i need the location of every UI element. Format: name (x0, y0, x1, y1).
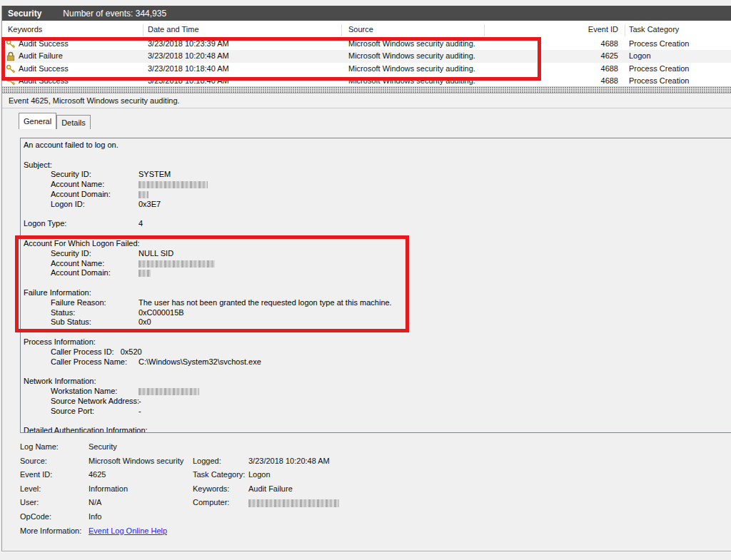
column-header-task-category[interactable]: Task Category (629, 25, 679, 34)
cell-task-category: Process Creation (629, 38, 689, 50)
description-line: Network Information: (21, 377, 731, 387)
description-line: Account Name: (21, 259, 731, 269)
event-summary: Log Name: Security Source: Microsoft Win… (20, 440, 731, 538)
blank-line (21, 416, 731, 426)
field-label: Failure Reason: (51, 298, 106, 307)
cell-event-id: 4688 (484, 75, 618, 87)
window-bottom-border (1, 551, 731, 551)
description-line: Account Domain: (21, 190, 731, 200)
description-line: Security ID:NULL SID (21, 249, 731, 259)
blank-line (21, 367, 731, 377)
redacted-computer-name (248, 499, 339, 507)
column-separator[interactable] (625, 24, 625, 36)
table-row[interactable]: Audit Success 3/23/2018 10:23:39 AM Micr… (2, 38, 731, 50)
description-line: Security ID:SYSTEM (21, 170, 731, 180)
redacted-value (138, 191, 148, 198)
summary-value: Logon (248, 468, 271, 482)
summary-row: More Information: Event Log Online Help (20, 524, 731, 539)
redacted-value (138, 388, 199, 395)
field-label: Security ID: (51, 170, 91, 178)
column-separator[interactable] (143, 24, 143, 36)
table-row[interactable]: Audit Success 3/23/2018 10:18:40 AM Micr… (2, 63, 731, 75)
audit-failure-lock-icon (6, 51, 16, 61)
summary-value: N/A (89, 496, 101, 510)
summary-value: Information (89, 482, 128, 497)
description-line: Failure Reason:The user has not been gra… (21, 298, 731, 308)
window-left-border (1, 6, 2, 551)
summary-row: Event ID: 4625 Task Category: Logon (20, 468, 731, 482)
section-label: Network Information: (24, 377, 96, 385)
description-line: Caller Process Name:C:\Windows\System32\… (21, 357, 731, 367)
description-line: Account Name: (21, 180, 731, 190)
redacted-value (138, 181, 208, 188)
field-value: 0x520 (121, 347, 142, 356)
field-label: Account Domain: (51, 268, 111, 277)
description-line: Process Information: (21, 337, 731, 347)
tab-details[interactable]: Details (56, 115, 91, 129)
blank-line (21, 229, 731, 239)
column-separator[interactable] (341, 24, 342, 36)
description-line: Logon ID:0x3E7 (21, 200, 731, 210)
pane-splitter[interactable] (1, 86, 731, 93)
cell-source: Microsoft Windows security auditing. (348, 50, 475, 62)
summary-label: Log Name: (20, 440, 59, 454)
log-titlebar: Security Number of events: 344,935 (1, 6, 731, 21)
table-row-selected[interactable]: Audit Failure 3/23/2018 10:20:48 AM Micr… (2, 50, 731, 62)
summary-label: Level: (20, 482, 41, 497)
summary-label: User: (20, 496, 39, 510)
cell-keywords: Audit Success (19, 63, 69, 75)
cell-source: Microsoft Windows security auditing. (348, 38, 475, 50)
field-label: Account Name: (51, 180, 104, 188)
field-value: 4 (138, 219, 143, 229)
field-value: - (138, 407, 141, 417)
summary-value: Microsoft Windows security (89, 454, 183, 469)
cell-datetime: 3/23/2018 10:18:40 AM (148, 75, 229, 87)
field-value: NULL SID (138, 249, 173, 259)
description-line: Status:0xC000015B (21, 308, 731, 318)
column-header-event-id[interactable]: Event ID (484, 25, 618, 34)
field-label: Source Port: (51, 407, 94, 415)
table-row[interactable]: Audit Success 3/23/2018 10:18:40 AM Micr… (2, 75, 731, 87)
description-line: Detailed Authentication Information: (21, 426, 731, 433)
audit-success-key-icon (6, 39, 16, 49)
summary-row: Level: Information Keywords: Audit Failu… (20, 482, 731, 497)
audit-success-key-icon (6, 76, 16, 86)
column-header-datetime[interactable]: Date and Time (148, 25, 199, 34)
summary-label: OpCode: (20, 510, 51, 524)
section-label: Detailed Authentication Information: (24, 426, 148, 433)
event-count: Number of events: 344,935 (63, 9, 166, 19)
cell-datetime: 3/23/2018 10:20:48 AM (148, 50, 229, 62)
field-value: C:\Windows\System32\svchost.exe (138, 357, 261, 367)
log-title: Security (8, 9, 41, 19)
event-list-header: Keywords Date and Time Source Event ID T… (2, 24, 731, 37)
cell-keywords: Audit Success (19, 38, 69, 50)
section-label: Subject: (24, 161, 52, 169)
summary-label: Computer: (193, 496, 229, 510)
event-pane-tabs: General Details (19, 113, 91, 129)
cell-event-id: 4688 (484, 38, 618, 50)
event-log-online-help-link[interactable]: Event Log Online Help (89, 524, 167, 539)
description-line: Account Domain: (21, 268, 731, 278)
section-label: Account For Which Logon Failed: (24, 239, 140, 248)
description-line: Account For Which Logon Failed: (21, 239, 731, 249)
summary-row: User: N/A Computer: (20, 496, 731, 510)
summary-label: Event ID: (20, 468, 52, 482)
cell-task-category: Process Creation (629, 75, 689, 87)
field-label: Logon Type: (24, 219, 66, 228)
field-value: SYSTEM (138, 170, 171, 180)
cell-keywords: Audit Failure (19, 50, 63, 62)
section-label: Process Information: (24, 337, 96, 346)
description-line: Logon Type:4 (21, 219, 731, 229)
summary-row: Log Name: Security (20, 440, 731, 454)
field-value: 0xC000015B (138, 308, 184, 318)
column-separator[interactable] (484, 24, 485, 36)
description-line: Subject: (21, 161, 731, 170)
summary-label: More Information: (20, 524, 81, 539)
cell-task-category: Process Creation (629, 63, 689, 75)
column-header-source[interactable]: Source (348, 25, 373, 34)
field-label: Workstation Name: (51, 387, 117, 395)
column-header-keywords[interactable]: Keywords (8, 25, 42, 34)
summary-value: 4625 (89, 468, 106, 482)
event-description-box[interactable]: An account failed to log on. Subject: Se… (20, 138, 731, 433)
tab-general[interactable]: General (19, 113, 56, 129)
